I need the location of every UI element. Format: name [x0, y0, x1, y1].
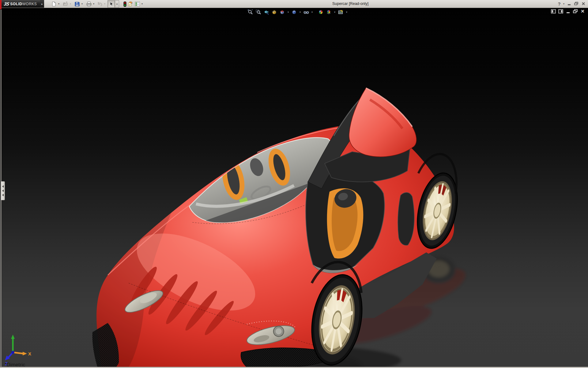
collapse-arrow-icon	[2, 190, 4, 192]
options-dropdown[interactable]: ▾	[140, 0, 144, 7]
print-button[interactable]	[85, 0, 92, 8]
title-bar: 3S SOLIDWORKS ▸ ▾ ▾	[0, 0, 588, 8]
hide-show-items-button[interactable]	[303, 9, 310, 16]
collapse-arrow-icon	[2, 185, 4, 188]
window-bottom-border	[0, 367, 588, 368]
expand-pane-button[interactable]	[558, 9, 563, 13]
apply-scene-icon	[326, 10, 331, 15]
save-dropdown[interactable]: ▾	[80, 0, 84, 7]
display-style-icon	[292, 10, 297, 15]
close-icon	[582, 2, 585, 6]
view-orientation-icon	[280, 10, 285, 15]
side-vent	[398, 193, 414, 245]
new-document-icon	[51, 2, 56, 6]
zoom-to-area-button[interactable]	[255, 9, 262, 16]
hide-show-items-dropdown[interactable]: ▾	[311, 11, 314, 13]
graphics-area: X Z	[0, 8, 588, 367]
display-style-dropdown[interactable]: ▾	[299, 11, 302, 13]
print-icon	[86, 2, 92, 6]
edit-appearance-icon	[318, 10, 323, 15]
minimize-document-icon	[566, 9, 570, 13]
menu-expand-button[interactable]: ▸	[40, 0, 44, 8]
restore-document-button[interactable]	[573, 9, 578, 13]
undo-button[interactable]	[96, 0, 104, 8]
zoom-to-fit-button[interactable]	[247, 9, 254, 16]
section-view-button[interactable]	[271, 9, 278, 16]
section-view-icon	[272, 10, 277, 15]
open-dropdown[interactable]: ▾	[69, 0, 72, 7]
save-icon	[75, 2, 80, 6]
brand-wordmark: SOLIDWORKS	[10, 2, 37, 6]
edit-appearance-button[interactable]	[317, 9, 324, 16]
help-dropdown[interactable]: ▾	[562, 1, 565, 7]
zoom-to-fit-icon	[248, 10, 253, 15]
comment-icon	[128, 2, 133, 7]
dassault-3s-icon: 3S	[3, 1, 9, 6]
heads-up-view-toolbar: ▾ ▾ ▾	[247, 9, 348, 15]
minimize-document-button[interactable]	[565, 9, 571, 13]
view-settings-icon	[338, 10, 344, 15]
triad-x-label: X	[28, 351, 31, 356]
feature-pane-tab[interactable]	[1, 181, 5, 200]
triad-x-axis	[13, 352, 23, 354]
hide-show-items-icon	[303, 10, 309, 15]
open-icon	[63, 2, 68, 6]
open-button[interactable]	[62, 0, 69, 8]
close-document-button[interactable]: ✕	[580, 9, 585, 13]
undo-icon	[97, 2, 103, 6]
close-button[interactable]	[581, 1, 586, 7]
new-document-button[interactable]	[50, 0, 58, 8]
model-viewport[interactable]: X Z	[0, 8, 588, 367]
solidworks-window: 3S SOLIDWORKS ▸ ▾ ▾	[0, 0, 588, 368]
undo-dropdown[interactable]: ▾	[103, 0, 107, 7]
help-button[interactable]: ?	[557, 1, 562, 7]
reference-triad: X Z	[5, 335, 31, 366]
collapse-pane-button[interactable]	[551, 9, 556, 13]
minimize-button[interactable]	[567, 1, 572, 7]
restore-document-icon	[573, 9, 578, 13]
apply-scene-dropdown[interactable]: ▾	[333, 11, 336, 13]
previous-view-icon	[264, 10, 269, 15]
options-checklist-icon	[135, 2, 140, 6]
accent-red-strip	[0, 0, 2, 9]
expand-pane-icon	[558, 9, 563, 13]
collapse-arrow-icon	[2, 194, 4, 196]
comment-button[interactable]	[127, 0, 134, 8]
view-orientation-button[interactable]	[279, 9, 286, 16]
apply-scene-button[interactable]	[325, 9, 332, 16]
document-title: Supercar [Read-only]	[332, 0, 368, 8]
view-settings-dropdown[interactable]: ▾	[345, 11, 348, 13]
new-document-dropdown[interactable]: ▾	[57, 0, 61, 7]
print-dropdown[interactable]: ▾	[92, 0, 96, 7]
solidworks-logo: 3S SOLIDWORKS	[2, 0, 40, 8]
view-orientation-dropdown[interactable]: ▾	[287, 11, 290, 13]
view-orientation-label: *Dimetric	[5, 362, 25, 367]
collapse-pane-icon	[551, 9, 556, 13]
display-style-button[interactable]	[291, 9, 298, 16]
restore-button[interactable]	[573, 1, 579, 7]
stoplight-icon	[123, 2, 126, 7]
restore-icon	[574, 2, 579, 6]
view-settings-button[interactable]	[337, 9, 344, 16]
minimize-icon	[567, 2, 571, 6]
select-dropdown[interactable]: ▾	[115, 0, 119, 8]
previous-view-button[interactable]	[263, 9, 270, 16]
options-button[interactable]	[134, 0, 141, 8]
document-window-controls: ✕	[551, 9, 585, 13]
select-cursor-icon	[109, 2, 114, 6]
zoom-to-area-icon	[256, 10, 261, 15]
save-button[interactable]	[74, 0, 81, 8]
select-button[interactable]	[107, 0, 115, 8]
